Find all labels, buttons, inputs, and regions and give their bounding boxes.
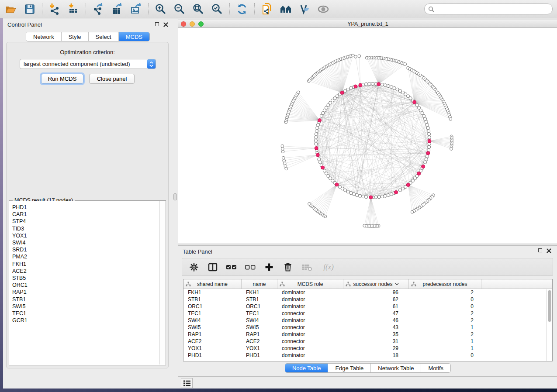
table-cell[interactable]: 1 [409,338,481,345]
network-node[interactable] [315,133,318,136]
column-header-predecessor-nodes[interactable]: predecessor nodes [409,279,481,289]
network-node[interactable] [365,83,368,86]
network-node[interactable] [358,194,361,197]
close-panel-button[interactable]: Close panel [89,74,135,84]
network-node[interactable] [427,148,430,151]
column-header-name[interactable]: name [242,279,277,289]
table-cell[interactable]: 0 [409,296,481,303]
mcds-result-item[interactable]: PMA2 [12,253,159,260]
table-cell[interactable]: 46 [343,317,409,324]
column-header-MCDS-role[interactable]: MCDS role [277,279,343,289]
leaf-node[interactable] [281,144,284,148]
mcds-list-scrollbar[interactable] [159,201,165,364]
table-cell[interactable]: 0 [409,303,481,310]
network-node[interactable] [424,161,427,164]
network-node[interactable] [427,130,430,133]
new-network-from-selection-icon[interactable] [260,3,273,16]
table-cell[interactable]: connector [277,324,343,331]
mcds-result-item[interactable]: SWI5 [12,303,159,310]
search-field[interactable] [424,3,553,14]
mcds-result-item[interactable]: ACE2 [12,268,159,275]
table-cell[interactable]: 47 [343,310,409,317]
mcds-node[interactable] [335,183,339,186]
network-node[interactable] [387,84,390,87]
leaf-node[interactable] [354,55,357,58]
table-cell[interactable]: ACE2 [183,338,242,345]
network-node[interactable] [315,142,318,145]
mcds-result-item[interactable]: STB5 [12,275,159,282]
close-panel-icon[interactable] [163,22,168,27]
network-node[interactable] [349,192,353,195]
column-header-shared-name[interactable]: shared name [183,279,242,289]
table-row[interactable]: RAP1RAP1dominator352 [183,331,552,338]
leaf-node[interactable] [308,203,311,206]
mcds-result-item[interactable]: ORC1 [12,282,159,289]
mcds-node[interactable] [413,100,416,104]
zoom-selected-icon[interactable] [211,3,224,16]
mcds-result-item[interactable]: PHD1 [12,204,159,211]
table-cell[interactable]: TEC1 [242,310,277,317]
leaf-node[interactable] [358,55,361,58]
close-panel-icon[interactable] [547,248,551,253]
network-node[interactable] [346,88,349,91]
network-node[interactable] [377,196,381,199]
table-cell[interactable]: ORC1 [242,303,277,310]
table-cell[interactable]: YOX1 [242,345,277,352]
vertical-splitter[interactable] [173,18,178,376]
leaf-node[interactable] [283,159,286,162]
tab-style[interactable]: Style [62,32,89,41]
network-node[interactable] [422,114,426,117]
mcds-result-item[interactable]: YOX1 [12,232,159,239]
table-cell[interactable]: dominator [277,303,343,310]
table-cell[interactable]: 2 [409,289,481,296]
leaf-node[interactable] [281,148,284,151]
mcds-node[interactable] [354,85,357,88]
graphics-details-icon[interactable] [298,3,311,16]
table-tab-edge-table[interactable]: Edge Table [328,364,371,372]
network-node[interactable] [368,83,371,86]
import-table-icon[interactable] [67,3,80,16]
network-node[interactable] [384,84,387,87]
mcds-node[interactable] [428,139,431,143]
table-cell[interactable]: 2 [409,310,481,317]
table-cell[interactable]: connector [277,338,343,345]
deselect-all-icon[interactable] [245,261,256,273]
table-options-gear-icon[interactable] [188,261,200,273]
mcds-result-item[interactable]: STP4 [12,218,159,225]
tab-select[interactable]: Select [89,32,119,41]
network-node[interactable] [315,130,318,133]
mcds-result-item[interactable]: SRD1 [12,246,159,253]
column-header-successor-nodes[interactable]: successor nodes [343,279,409,289]
save-icon[interactable] [23,3,36,16]
network-node[interactable] [425,120,428,123]
network-node[interactable] [371,82,374,85]
mcds-result-item[interactable]: STB1 [12,296,159,303]
network-node[interactable] [424,117,427,120]
mcds-result-item[interactable]: CAR1 [12,211,159,218]
table-row[interactable]: YOX1YOX1connector291 [183,345,552,352]
table-row[interactable]: SWI4SWI4dominator462 [183,317,552,324]
leaf-node[interactable] [449,117,452,120]
table-cell[interactable]: 29 [343,345,409,352]
network-node[interactable] [365,196,368,199]
mcds-node[interactable] [417,172,421,175]
network-node[interactable] [398,189,401,192]
import-network-icon[interactable] [48,3,61,16]
leaf-node[interactable] [297,91,300,94]
mcds-node[interactable] [340,91,344,94]
network-node[interactable] [428,133,431,136]
leaf-node[interactable] [281,150,284,153]
table-cell[interactable]: dominator [277,289,343,296]
mcds-result-item[interactable]: FKH1 [12,261,159,268]
table-row[interactable]: STB1STB1dominator620 [183,296,552,303]
table-cell[interactable]: dominator [277,352,343,359]
table-cell[interactable]: 62 [343,296,409,303]
apply-layout-icon[interactable] [235,3,249,16]
table-cell[interactable]: dominator [277,331,343,338]
network-canvas[interactable] [178,28,557,244]
split-panel-icon[interactable] [207,261,218,273]
leaf-node[interactable] [411,210,414,213]
network-node[interactable] [428,136,431,139]
table-cell[interactable]: STB1 [183,296,242,303]
network-node[interactable] [393,86,396,89]
